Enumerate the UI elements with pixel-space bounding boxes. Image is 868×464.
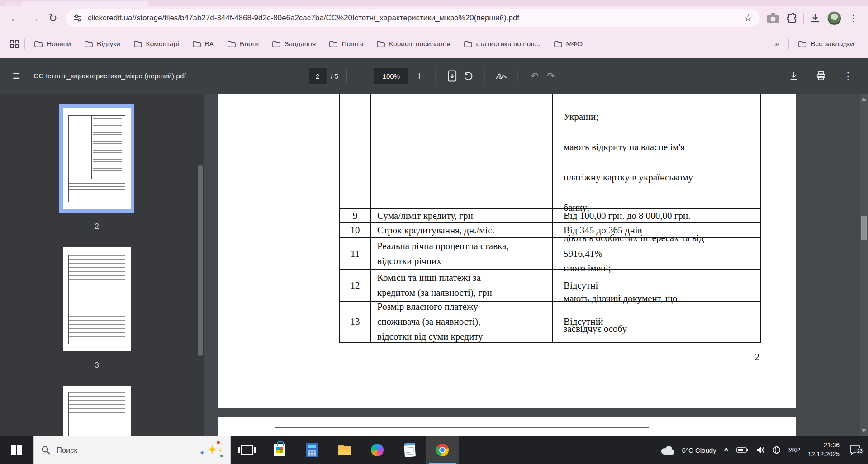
row-name-cell: Комісії та інші платежі за кредитом (за … (371, 270, 553, 301)
row-value-cell: 5916,41% (553, 238, 760, 269)
thumbnail-label-2: 2 (63, 222, 131, 231)
bookmarks-divider (24, 39, 25, 49)
bookmarks-bar: Новини Відгуки Коментарі ВА Блоги Завдан… (0, 30, 868, 58)
document-scrollbar[interactable] (860, 94, 868, 436)
scrollbar-thumb[interactable] (861, 216, 867, 240)
active-tab[interactable] (20, 1, 149, 6)
extensions-icon[interactable] (783, 9, 802, 28)
row-name-cell (371, 94, 553, 208)
apps-grid-icon[interactable] (10, 39, 19, 48)
time-label: 21:36 (808, 441, 840, 450)
language-indicator[interactable]: УКР (788, 446, 800, 454)
sidebar-scrollbar[interactable] (198, 165, 203, 356)
all-bookmarks-label: Все закладки (811, 40, 854, 48)
taskbar-search-box[interactable]: Поиск ✦ ✦ ✧ (33, 436, 231, 464)
toolbar-divider (803, 13, 804, 24)
weather-cloud-icon[interactable] (661, 445, 674, 455)
table-row: 9 Сума/ліміт кредиту, грн Від 100,00 грн… (340, 208, 760, 222)
search-icon (41, 445, 50, 455)
bookmark-folder-va[interactable]: ВА (193, 40, 214, 48)
table-row: 10 Строк кредитування, дн./міс. Від 345 … (340, 222, 760, 237)
zoom-out-button[interactable]: − (355, 68, 371, 84)
pdf-more-icon[interactable]: ⋮ (840, 68, 856, 84)
site-settings-icon[interactable] (73, 14, 82, 23)
bookmark-label: Корисні посилання (389, 40, 451, 48)
date-label: 12.12.2025 (808, 450, 840, 459)
notepad-icon (404, 443, 416, 457)
browser-menu-icon[interactable]: ⋮ (844, 9, 863, 28)
fit-page-icon[interactable] (444, 68, 460, 84)
search-placeholder: Поиск (57, 446, 77, 455)
copilot-button[interactable] (361, 436, 394, 464)
page-number-input[interactable]: 2 (309, 68, 326, 84)
bookmarks-divider (788, 39, 789, 49)
bookmark-folder-novyny[interactable]: Новини (34, 40, 71, 48)
bookmark-folder-blohy[interactable]: Блоги (228, 40, 259, 48)
back-button[interactable]: ← (5, 9, 24, 28)
bookmark-folder-poshta[interactable]: Пошта (329, 40, 363, 48)
folder-icon (377, 41, 385, 47)
zoom-level-input[interactable]: 100% (374, 68, 408, 84)
taskbar-clock[interactable]: 21:36 12.12.2025 (808, 441, 840, 459)
bookmark-folder-vidhuky[interactable]: Відгуки (85, 40, 120, 48)
page-thumbnail-3[interactable] (63, 247, 131, 351)
bookmark-folder-zavdannia[interactable]: Завдання (272, 40, 316, 48)
calculator-button[interactable] (296, 436, 328, 464)
network-icon[interactable] (773, 446, 781, 454)
redo-icon[interactable]: ↷ (543, 68, 559, 84)
file-explorer-button[interactable] (328, 436, 361, 464)
pdf-download-icon[interactable] (786, 68, 802, 84)
start-button[interactable] (0, 436, 33, 464)
battery-icon[interactable] (736, 447, 748, 453)
speaker-icon[interactable] (756, 446, 765, 454)
microsoft-store-button[interactable] (263, 436, 296, 464)
page-thumbnail-2[interactable] (63, 108, 131, 209)
downloads-icon[interactable] (806, 9, 825, 28)
row-name-cell: Розмір власного платежу споживача (за на… (371, 302, 553, 342)
folder-icon (34, 41, 43, 47)
chrome-button-active[interactable] (426, 436, 459, 464)
profile-avatar[interactable] (825, 9, 844, 28)
rotate-icon[interactable] (460, 68, 477, 84)
value-line: мають відкриту на власне ім'я (564, 139, 704, 155)
toolbar-divider (518, 69, 518, 83)
bookmark-label: Коментарі (146, 40, 179, 48)
row-name-cell: Сума/ліміт кредиту, грн (371, 209, 553, 222)
folder-icon (228, 41, 236, 47)
bookmark-folder-komentari[interactable]: Коментарі (134, 40, 179, 48)
next-table-top-border (275, 427, 649, 428)
tab-search-button[interactable] (5, 2, 17, 6)
zoom-in-button[interactable]: + (411, 68, 427, 84)
bookmark-star-icon[interactable]: ☆ (744, 12, 753, 24)
forward-button[interactable]: → (24, 9, 43, 28)
bookmark-folder-statystyka[interactable]: статистика по нов... (464, 40, 541, 48)
annotate-pen-icon[interactable] (493, 68, 510, 84)
folder-icon (193, 41, 201, 47)
toolbar-divider (436, 69, 436, 83)
all-bookmarks-button[interactable]: Все закладки (798, 40, 854, 48)
pdf-page-3 (218, 417, 796, 436)
action-center-button[interactable]: 23 (847, 445, 863, 455)
windows-taskbar: Поиск ✦ ✦ ✧ 6°C Cloudy ^ УКР 21:36 (0, 436, 868, 464)
pdf-print-icon[interactable] (813, 68, 829, 84)
address-bar[interactable]: clickcredit.ua//storage/files/b47ab27d-3… (66, 9, 760, 27)
row-number-cell: 9 (340, 209, 371, 222)
bookmark-folder-mfo[interactable]: МФО (554, 40, 583, 48)
value-line: платіжну картку в українському (564, 170, 704, 185)
page-thumbnail-4[interactable] (63, 386, 131, 436)
browser-navbar: ← → ↻ clickcredit.ua//storage/files/b47a… (0, 6, 868, 30)
screenshot-extension-icon[interactable] (764, 9, 783, 28)
bookmarks-overflow-icon[interactable]: » (775, 39, 780, 49)
reload-button[interactable]: ↻ (43, 9, 62, 28)
scroll-up-icon[interactable] (862, 98, 866, 101)
search-highlights-icon[interactable]: ✦ ✦ ✧ (199, 441, 223, 459)
bookmark-folder-korysni-posylannia[interactable]: Корисні посилання (377, 40, 451, 48)
notepad-button[interactable] (394, 436, 426, 464)
weather-label[interactable]: 6°C Cloudy (682, 446, 716, 454)
pdf-menu-icon[interactable]: ≡ (13, 70, 20, 82)
undo-icon[interactable]: ↶ (526, 68, 543, 84)
hidden-icons-chevron[interactable]: ^ (724, 446, 729, 455)
scroll-down-icon[interactable] (862, 429, 866, 432)
task-view-button[interactable] (231, 436, 263, 464)
url-text[interactable]: clickcredit.ua//storage/files/b47ab27d-3… (88, 14, 739, 23)
